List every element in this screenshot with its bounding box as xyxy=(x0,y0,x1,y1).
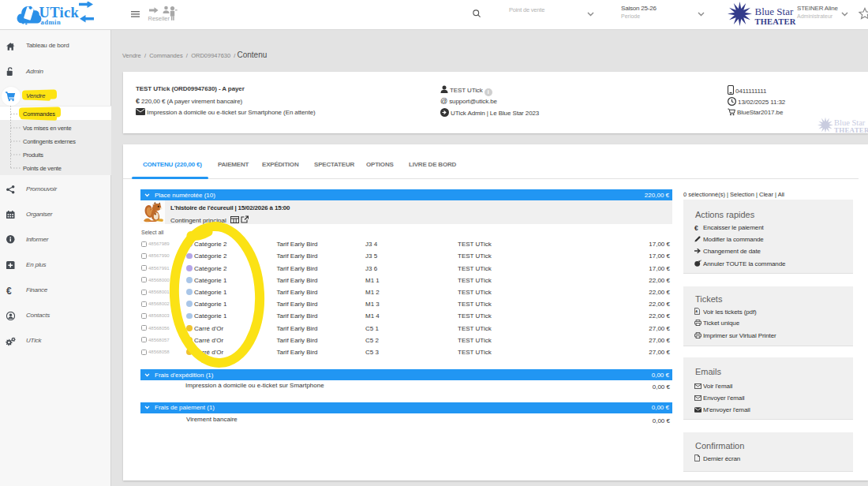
svg-text:THEATER: THEATER xyxy=(834,126,868,134)
svg-text:Reseller: Reseller xyxy=(148,15,170,21)
svg-text:admin: admin xyxy=(41,18,62,25)
svg-text:THEATER: THEATER xyxy=(755,17,796,26)
svg-text:A: A xyxy=(695,309,698,313)
svg-text:Blue Star: Blue Star xyxy=(755,6,794,17)
